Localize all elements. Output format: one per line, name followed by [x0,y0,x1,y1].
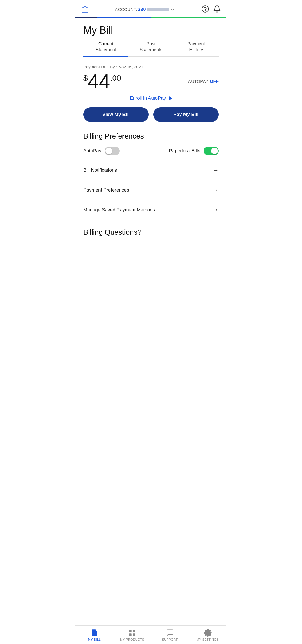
tabs: CurrentStatement PastStatements PaymentH… [83,41,219,57]
paperless-toggle-knob [211,148,218,154]
manage-payment-link[interactable]: Manage Saved Payment Methods → [83,200,219,220]
toggles-row: AutoPay Paperless Bills [83,147,219,160]
svg-point-1 [205,10,205,11]
payment-dollar-sign: $ [83,74,88,83]
payment-preferences-label: Payment Preferences [83,187,129,193]
payment-main-amount: 44 [88,71,110,92]
payment-cents: .00 [110,74,121,83]
tab-payment-history[interactable]: PaymentHistory [174,41,219,56]
tab-current-statement[interactable]: CurrentStatement [83,41,128,56]
help-icon[interactable] [201,5,209,14]
payment-due-label: Payment Due By : Nov 15, 2021 [83,64,219,69]
paperless-toggle-label: Paperless Bills [169,148,200,154]
bill-actions: View My Bill Pay My Bill [83,107,219,122]
enroll-autopay-link[interactable]: Enroll in AutoPay [130,95,172,101]
account-redacted [147,8,169,11]
payment-preferences-link[interactable]: Payment Preferences → [83,180,219,200]
progress-segment-blue [97,17,151,18]
account-label: ACCOUNT/ [115,7,138,12]
manage-payment-label: Manage Saved Payment Methods [83,207,155,213]
view-bill-button[interactable]: View My Bill [83,107,149,122]
autopay-toggle-item: AutoPay [83,147,120,155]
manage-payment-arrow: → [213,206,219,214]
autopay-status-container: AUTOPAY OFF [188,79,219,84]
payment-amount: $ 44 .00 [83,71,121,92]
payment-amount-row: $ 44 .00 AUTOPAY OFF [83,71,219,92]
header: ACCOUNT/330 [76,0,226,17]
page-content: My Bill CurrentStatement PastStatements … [76,24,226,259]
tab-past-statements[interactable]: PastStatements [128,41,173,56]
autopay-toggle[interactable] [105,147,120,155]
page-title: My Bill [83,24,219,36]
billing-questions: Billing Questions? [83,228,219,237]
autopay-toggle-label: AutoPay [83,148,101,154]
account-selector[interactable]: ACCOUNT/330 [115,7,175,12]
enroll-autopay-arrow [169,96,172,100]
autopay-toggle-knob [105,148,112,154]
home-icon[interactable] [81,5,89,14]
bill-notifications-arrow: → [213,167,219,174]
account-number: 330 [138,7,146,12]
paperless-toggle[interactable] [204,147,219,155]
autopay-label: AUTOPAY [188,79,209,84]
paperless-toggle-item: Paperless Bills [169,147,219,155]
payment-preferences-arrow: → [213,186,219,194]
autopay-status-value: OFF [210,79,219,84]
svg-point-0 [202,6,208,12]
bill-notifications-label: Bill Notifications [83,167,117,173]
progress-segment-green [151,17,226,18]
progress-segment-navy [76,17,97,18]
bill-notifications-link[interactable]: Bill Notifications → [83,160,219,180]
enroll-autopay[interactable]: Enroll in AutoPay [83,95,219,101]
progress-bar [76,17,226,18]
billing-preferences-title: Billing Preferences [83,132,219,141]
pay-bill-button[interactable]: Pay My Bill [153,107,219,122]
header-actions [201,5,221,14]
notification-icon[interactable] [213,5,221,14]
